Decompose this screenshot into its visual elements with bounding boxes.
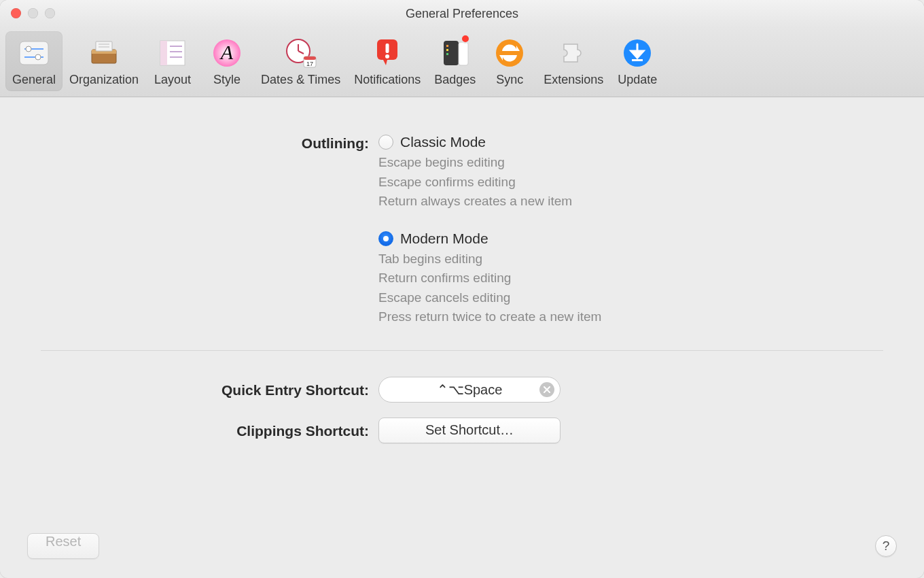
outlining-row: Outlining: Classic Mode Escape begins ed… <box>41 134 883 334</box>
radio-modern-mode[interactable]: Modern Mode <box>378 231 883 247</box>
reset-button[interactable]: Reset <box>27 533 99 559</box>
tab-organization[interactable]: Organization <box>63 31 145 91</box>
tab-label: Notifications <box>354 73 421 86</box>
svg-text:A: A <box>219 41 234 63</box>
download-icon <box>617 35 658 71</box>
svg-rect-29 <box>446 53 448 55</box>
tab-label: Dates & Times <box>261 73 340 86</box>
svg-rect-0 <box>20 41 48 65</box>
svg-rect-7 <box>96 41 112 51</box>
radio-title: Classic Mode <box>400 134 486 150</box>
svg-rect-26 <box>444 41 459 65</box>
window-title: General Preferences <box>406 7 518 21</box>
separator <box>41 350 883 351</box>
preferences-window: General Preferences General <box>0 0 924 578</box>
tab-label: Badges <box>434 73 476 86</box>
radio-classic-mode[interactable]: Classic Mode <box>378 134 883 150</box>
svg-point-25 <box>385 54 389 58</box>
tab-label: Update <box>618 73 657 86</box>
help-icon: ? <box>883 539 890 554</box>
style-icon: A <box>207 35 247 71</box>
svg-rect-21 <box>304 56 316 60</box>
desc-line: Escape confirms editing <box>378 173 883 192</box>
tab-label: Layout <box>154 73 191 86</box>
clippings-label: Clippings Shortcut: <box>41 422 378 439</box>
tab-sync[interactable]: Sync <box>482 31 537 91</box>
tab-style[interactable]: A Style <box>200 31 254 91</box>
quick-entry-row: Quick Entry Shortcut: ⌃⌥Space <box>41 377 883 403</box>
tab-badges[interactable]: Badges <box>427 31 482 91</box>
clear-shortcut-button[interactable] <box>539 382 554 397</box>
tab-layout[interactable]: Layout <box>145 31 200 91</box>
radio-title: Modern Mode <box>400 231 488 247</box>
svg-rect-27 <box>446 45 448 47</box>
svg-point-2 <box>26 46 31 52</box>
close-window-button[interactable] <box>11 8 21 18</box>
svg-text:17: 17 <box>306 61 313 67</box>
clock-calendar-icon: 17 <box>281 35 321 71</box>
shortcut-value: ⌃⌥Space <box>437 381 503 398</box>
outlining-label: Outlining: <box>41 134 378 152</box>
svg-point-31 <box>496 39 523 67</box>
tab-update[interactable]: Update <box>610 31 664 91</box>
tab-extensions[interactable]: Extensions <box>537 31 610 91</box>
modern-mode-description: Tab begins editing Return confirms editi… <box>378 250 883 327</box>
tab-dates-times[interactable]: 17 Dates & Times <box>254 31 347 91</box>
titlebar: General Preferences <box>0 0 924 27</box>
tab-general[interactable]: General <box>5 31 63 91</box>
tab-label: Extensions <box>544 73 603 86</box>
drawer-icon <box>84 35 124 71</box>
zoom-window-button[interactable] <box>45 8 55 18</box>
svg-point-4 <box>35 54 41 60</box>
desc-line: Press return twice to create a new item <box>378 307 883 327</box>
tab-label: General <box>12 73 56 86</box>
tab-notifications[interactable]: Notifications <box>347 31 427 91</box>
tab-label: Style <box>213 73 241 86</box>
desc-line: Tab begins editing <box>378 250 883 269</box>
tab-label: Sync <box>496 73 523 86</box>
layout-icon <box>152 35 193 71</box>
help-button[interactable]: ? <box>875 535 897 557</box>
alert-icon <box>367 35 408 71</box>
classic-mode-description: Escape begins editing Escape confirms ed… <box>378 153 883 211</box>
button-label: Reset <box>46 534 81 549</box>
footer: Reset ? <box>27 533 897 559</box>
button-label: Set Shortcut… <box>425 422 514 438</box>
general-pane: Outlining: Classic Mode Escape begins ed… <box>0 97 924 569</box>
desc-line: Escape cancels editing <box>378 288 883 308</box>
preferences-toolbar: General Organization <box>0 27 924 97</box>
svg-rect-33 <box>632 59 643 61</box>
sliders-icon <box>14 35 54 71</box>
sync-icon <box>489 35 530 71</box>
svg-rect-24 <box>386 44 389 53</box>
set-clippings-shortcut-button[interactable]: Set Shortcut… <box>378 418 561 443</box>
radio-button-icon <box>378 135 393 150</box>
svg-rect-30 <box>459 42 468 65</box>
desc-line: Return always creates a new item <box>378 192 883 211</box>
radio-button-checked-icon <box>378 231 393 246</box>
minimize-window-button[interactable] <box>28 8 38 18</box>
svg-rect-28 <box>446 49 448 51</box>
quick-entry-label: Quick Entry Shortcut: <box>41 381 378 398</box>
svg-rect-11 <box>160 41 167 65</box>
desc-line: Return confirms editing <box>378 269 883 288</box>
desc-line: Escape begins editing <box>378 153 883 173</box>
quick-entry-shortcut-field[interactable]: ⌃⌥Space <box>378 377 561 403</box>
x-icon <box>544 386 550 393</box>
window-controls <box>11 8 55 18</box>
clippings-row: Clippings Shortcut: Set Shortcut… <box>41 418 883 443</box>
tab-label: Organization <box>69 73 139 86</box>
puzzle-icon <box>553 35 594 71</box>
